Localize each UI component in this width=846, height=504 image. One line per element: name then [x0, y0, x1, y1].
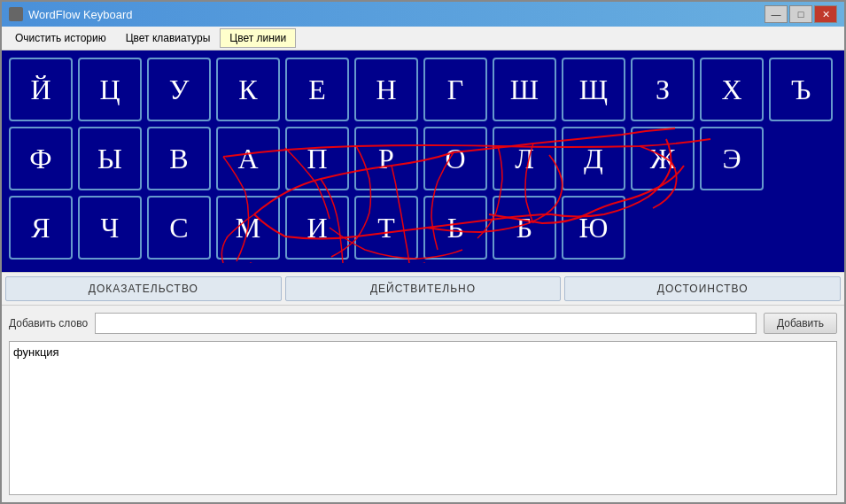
key-э[interactable]: Э [700, 127, 764, 190]
maximize-button[interactable]: □ [789, 5, 812, 23]
keyboard-row-3: Я Ч С М И Т Ь Б Ю [9, 196, 837, 260]
key-д[interactable]: Д [562, 127, 625, 190]
close-button[interactable]: ✕ [814, 5, 837, 23]
keyboard-row-1: Й Ц У К Е Н Г Ш Щ З Х Ъ [9, 58, 837, 121]
key-я[interactable]: Я [9, 196, 73, 260]
key-ю[interactable]: Ю [562, 196, 625, 260]
key-ф[interactable]: Ф [9, 127, 73, 190]
menu-item-keyboard-color[interactable]: Цвет клавиатуры [116, 28, 221, 48]
key-х[interactable]: Х [700, 58, 764, 121]
key-н[interactable]: Н [354, 58, 418, 121]
title-bar-left: WordFlow Keyboard [9, 7, 133, 21]
key-ц[interactable]: Ц [78, 58, 142, 121]
key-ж[interactable]: Ж [631, 127, 695, 190]
key-ы[interactable]: Ы [78, 127, 142, 190]
key-р[interactable]: Р [354, 127, 418, 190]
add-word-input[interactable] [95, 313, 757, 334]
add-word-button[interactable]: Добавить [764, 313, 837, 334]
menu-bar: Очистить историю Цвет клавиатуры Цвет ли… [2, 27, 844, 50]
suggestion-button-1[interactable]: доказательство [5, 276, 282, 301]
key-о[interactable]: О [423, 127, 487, 190]
keyboard-area: Й Ц У К Е Н Г Ш Щ З Х Ъ Ф Ы В А П Р О Л … [2, 50, 844, 272]
key-б[interactable]: Б [493, 196, 556, 260]
menu-item-clear-history[interactable]: Очистить историю [5, 28, 116, 48]
key-с[interactable]: С [147, 196, 211, 260]
key-з[interactable]: З [631, 58, 695, 121]
key-ь[interactable]: Ь [423, 196, 487, 260]
key-п[interactable]: П [285, 127, 349, 190]
key-й[interactable]: Й [9, 58, 73, 121]
add-word-row: Добавить слово Добавить [2, 306, 844, 337]
text-area-container: функция [2, 337, 844, 502]
suggestion-button-2[interactable]: действительно [285, 276, 562, 301]
key-и[interactable]: И [285, 196, 349, 260]
suggestion-button-3[interactable]: достоинство [564, 276, 841, 301]
key-щ[interactable]: Щ [562, 58, 625, 121]
title-bar: WordFlow Keyboard — □ ✕ [2, 2, 844, 27]
suggestions-bar: доказательство действительно достоинство [2, 272, 844, 306]
key-ч[interactable]: Ч [78, 196, 142, 260]
title-controls: — □ ✕ [765, 5, 837, 23]
key-у[interactable]: У [147, 58, 211, 121]
key-а[interactable]: А [216, 127, 280, 190]
key-м[interactable]: М [216, 196, 280, 260]
key-ш[interactable]: Ш [493, 58, 556, 121]
key-г[interactable]: Г [423, 58, 487, 121]
keyboard-row-2: Ф Ы В А П Р О Л Д Ж Э [9, 127, 837, 190]
add-word-label: Добавить слово [9, 317, 88, 330]
menu-item-line-color[interactable]: Цвет линии [220, 28, 296, 48]
key-к[interactable]: К [216, 58, 280, 121]
key-т[interactable]: Т [354, 196, 418, 260]
window-title: WordFlow Keyboard [28, 8, 133, 21]
key-в[interactable]: В [147, 127, 211, 190]
key-ъ[interactable]: Ъ [769, 58, 833, 121]
key-л[interactable]: Л [493, 127, 556, 190]
key-е[interactable]: Е [285, 58, 349, 121]
main-textarea[interactable]: функция [9, 341, 837, 495]
main-window: WordFlow Keyboard — □ ✕ Очистить историю… [0, 0, 846, 504]
minimize-button[interactable]: — [765, 5, 788, 23]
app-icon [9, 7, 23, 21]
